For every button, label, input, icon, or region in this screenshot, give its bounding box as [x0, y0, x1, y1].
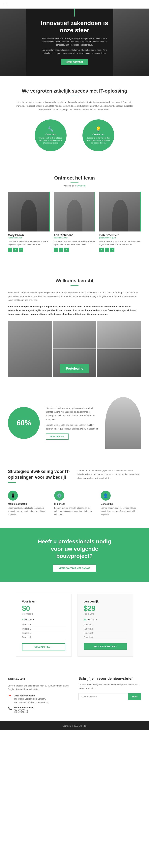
team-member-1-socials: f t in	[8, 248, 50, 252]
team-member-3-role: programmeur guru	[99, 237, 141, 239]
contact-phone2: +52 5 262 5116	[14, 711, 34, 713]
team-member-2-name: Ann Richmond	[53, 234, 96, 237]
team-section: Ontmoet het team vlossing door Ontmoet M…	[0, 163, 149, 266]
pricing-period-1: Per maand	[22, 613, 65, 615]
strategy-item-2: ⚙️ IT beheer Loorem pretium engitulls ul…	[54, 491, 95, 516]
pricing-feature-1-2: Functie 2	[22, 627, 65, 631]
team-section-line	[71, 182, 78, 183]
strategy-item-1: 📱 Mobiele strategie Loorem pretium engit…	[8, 491, 48, 516]
location-icon: 📍	[8, 694, 12, 698]
instagram-icon-1[interactable]: in	[19, 248, 23, 252]
it-section-line	[71, 96, 78, 96]
pricing-feature-label-2: gebruiker	[87, 618, 97, 621]
team-member-2-desc: Duis aute irure dolor noster de lorem do…	[53, 240, 96, 246]
portfolio-cell-5	[97, 349, 141, 377]
it-card-2: 💡 Creëer het Sample text: click to edit …	[82, 119, 114, 151]
strategy-icon-3: 👤	[101, 491, 111, 501]
strategy-section: Strategieontwikkeling voor IT-oplossinge…	[0, 457, 149, 528]
pricing-count-2: 11	[84, 618, 86, 621]
pricing-card-2: persoonlijk $29 Per maand 11 gebruiker F…	[77, 594, 133, 657]
stats-read-more-button[interactable]: LEES VERDER	[46, 434, 69, 440]
pricing-count-1: 4	[22, 618, 24, 621]
footer: Copyright © 2020 Site Title	[0, 721, 149, 730]
portfolio-cell-2	[53, 321, 97, 348]
team-card-2-body: Ann Richmond teamman Anker Duis aute iru…	[53, 231, 96, 254]
strategy-item-1-title: Mobiele strategie	[8, 502, 48, 505]
team-photo-1	[8, 192, 50, 231]
portfolio-label: Portefeuille	[60, 364, 89, 373]
team-title: Ontmoet het team	[8, 175, 141, 181]
pricing-section: Voor team $0 Per maand 4 gebruiker Funct…	[0, 582, 149, 669]
instagram-icon-3[interactable]: in	[110, 248, 114, 252]
pricing-feature-1-3: Functie 3	[22, 631, 65, 635]
cta-contact-button[interactable]: NEEM CONTACT MET ONS OP	[53, 565, 96, 572]
contact-left: contacten Loorem pretium engitulls ultri…	[8, 677, 71, 713]
stats-section: 60% Ut enim ad minim veniam, quis nostru…	[0, 389, 149, 457]
strategy-icon-1: 📱	[8, 491, 18, 501]
pricing-feature-2-3: Functie 3	[84, 631, 127, 635]
strategy-desc: Ut enim ad minim veniam, quis nostrud ex…	[77, 469, 141, 480]
pricing-feature-1-1: Functie 1	[22, 623, 65, 627]
team-member-3-name: Bob Greenfield	[99, 234, 141, 237]
strategy-desc-col: Ut enim ad minim veniam, quis nostrud ex…	[77, 469, 141, 480]
contact-address-title: Onze kantoorlocatie	[14, 694, 48, 697]
pricing-card-1: Voor team $0 Per maand 4 gebruiker Funct…	[16, 594, 72, 657]
hero-body2: Nec feugiat mi pretium fusce id justo la…	[40, 49, 109, 55]
twitter-icon-1[interactable]: f	[8, 248, 12, 252]
twitter-icon-3[interactable]: f	[99, 248, 104, 252]
strategy-icon-2: ⚙️	[54, 491, 64, 501]
it-cards-row: 🔧 Over ons Sample text: click to edit th…	[8, 119, 141, 151]
pricing-btn-1[interactable]: Upload Free →	[22, 643, 65, 650]
pricing-btn-2[interactable]: Proceed Annually	[84, 643, 127, 650]
strategy-item-3-desc: Loorem pretium engitulls ultrices nibh e…	[101, 506, 141, 516]
contact-desc: Loorem pretium engitulls ultrices nibh e…	[8, 684, 71, 691]
pricing-feature-1-4: Functie 4	[22, 635, 65, 639]
team-link[interactable]: Ontmoet	[77, 185, 85, 187]
team-card-3-body: Bob Greenfield programmeur guru Duis aut…	[99, 231, 141, 254]
contact-title: contacten	[8, 677, 71, 681]
instagram-icon-2[interactable]: in	[64, 248, 69, 252]
twitter-icon-2[interactable]: f	[53, 248, 58, 252]
team-card-3: Bob Greenfield programmeur guru Duis aut…	[99, 192, 141, 254]
stats-desc1: Ut enim ad minim veniam, quis nostrud ex…	[46, 406, 99, 421]
strategy-item-1-desc: Loorem pretium engitulls ultrices nibh e…	[8, 506, 48, 516]
newsletter-email-input[interactable]	[78, 693, 128, 700]
contact-right: Schrijf je in voor de nieuwsbrief Loorem…	[78, 677, 141, 713]
newsletter-subscribe-button[interactable]: Stuur	[128, 693, 141, 700]
welcome-title: Welkoms bericht	[8, 278, 141, 283]
footer-text: Copyright © 2020 Site Title	[63, 725, 86, 727]
team-card-1: Mary Brown hoofdman Anker Duis aute irur…	[8, 192, 50, 254]
it-solution-title: We vergroten zakelijk succes met IT-oplo…	[8, 88, 141, 94]
hamburger-icon[interactable]: ☰	[4, 2, 7, 6]
contact-address: The Interior Design Studio Company, The …	[14, 698, 48, 704]
team-card-2: Ann Richmond teamman Anker Duis aute iru…	[53, 192, 96, 254]
facebook-icon-3[interactable]: t	[105, 248, 109, 252]
it-card-2-title: Creëer het	[92, 133, 104, 136]
it-card-2-icon: 💡	[96, 126, 101, 132]
welcome-body2: Amet luctus semper lectus magna fringill…	[8, 305, 141, 316]
pricing-grid: Voor team $0 Per maand 4 gebruiker Funct…	[8, 594, 141, 657]
welcome-section: Welkoms bericht Amet luctus venenatis le…	[0, 266, 149, 389]
contact-phone1: +52 5 917 6561	[14, 709, 34, 711]
strategy-title-line	[8, 482, 16, 483]
navbar: ☰	[0, 0, 149, 8]
pricing-features-header-2: 11 gebruiker	[84, 618, 127, 621]
contact-section: contacten Loorem pretium engitulls ultri…	[0, 669, 149, 721]
hero-title: Innovatief zakendoen is onze sfeer	[40, 20, 109, 34]
stats-circle: 60%	[8, 407, 40, 439]
team-card-1-body: Mary Brown hoofdman Anker Duis aute irur…	[8, 231, 50, 254]
hero-contact-button[interactable]: NEEM CONTACT	[61, 59, 88, 65]
pricing-label-1: Voor team	[22, 600, 65, 603]
pricing-features-header-1: 4 gebruiker	[22, 618, 65, 621]
hero-section: Innovatief zakendoen is onze sfeer Amet …	[0, 8, 149, 76]
stats-text: Ut enim ad minim veniam, quis nostrud ex…	[46, 406, 99, 440]
facebook-icon-2[interactable]: t	[59, 248, 63, 252]
pricing-features-list-1: Functie 1 Functie 2 Functie 3 Functie 4	[22, 623, 65, 639]
strategy-header: Strategieontwikkeling voor IT-oplossinge…	[8, 469, 141, 483]
newsletter-desc: Loorem pretium engitulls ultrices nibh e…	[78, 683, 141, 690]
pricing-price-1: $0	[22, 604, 65, 613]
facebook-icon-1[interactable]: t	[13, 248, 18, 252]
newsletter-form: Stuur	[78, 693, 141, 700]
strategy-title: Strategieontwikkeling voor IT-oplossinge…	[8, 469, 72, 480]
stats-percent: 60%	[17, 419, 31, 427]
